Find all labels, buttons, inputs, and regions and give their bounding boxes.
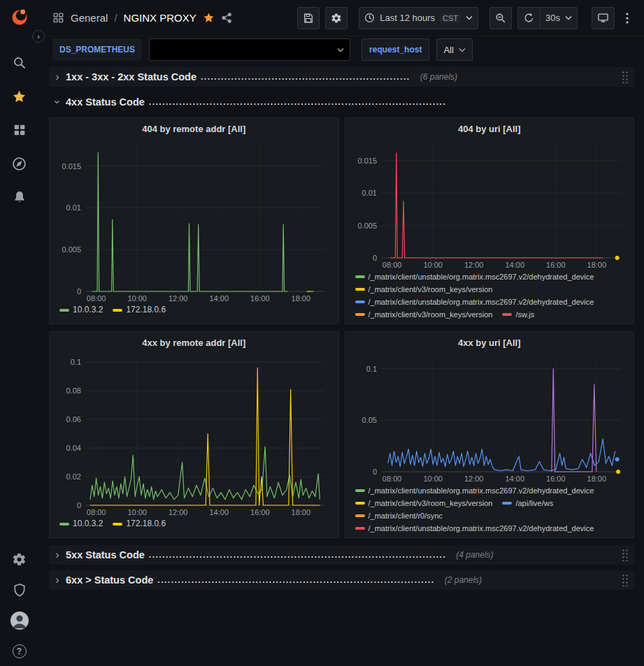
svg-text:12:00: 12:00 — [169, 508, 188, 516]
dashboard-title[interactable]: NGINX PROXY — [124, 12, 196, 24]
share-icon[interactable] — [221, 12, 233, 24]
legend-label: /_matrix/client/unstable/org.matrix.msc2… — [368, 485, 594, 497]
kebab-menu-button[interactable] — [620, 7, 634, 29]
legend-label: /api/live/ws — [515, 498, 553, 509]
variable-select-request-host[interactable]: All — [436, 38, 472, 61]
save-dashboard-button[interactable] — [297, 7, 320, 29]
legend-item[interactable]: 10.0.3.2 — [59, 518, 103, 530]
shield-icon — [13, 583, 27, 597]
svg-text:12:00: 12:00 — [464, 261, 483, 269]
monitor-icon — [597, 12, 609, 24]
svg-text:16:00: 16:00 — [250, 508, 270, 516]
dashboard-content: › 1xx - 3xx - 2xx Status Code ..........… — [38, 63, 644, 666]
svg-text:0.005: 0.005 — [357, 221, 377, 229]
grafana-logo[interactable] — [0, 6, 38, 27]
legend-swatch — [502, 502, 512, 505]
legend-item[interactable]: /_matrix/client/v3/room_keys/version — [355, 498, 493, 509]
svg-text:18:00: 18:00 — [587, 475, 606, 483]
sidebar-expand-button[interactable]: › — [32, 30, 45, 43]
legend-label: 172.18.0.6 — [126, 304, 166, 316]
sidebar-item-explore[interactable] — [0, 156, 38, 171]
timeseries-plot[interactable]: 08:0010:0012:0014:0016:0018:0000.0050.01… — [351, 137, 629, 271]
panel-title[interactable]: 404 by remote addr [All] — [55, 121, 333, 137]
variable-select-ds[interactable] — [149, 38, 350, 61]
favorite-star-icon[interactable] — [203, 12, 215, 24]
row-title-dots: ........................................… — [149, 550, 446, 560]
timeseries-plot[interactable]: 08:0010:0012:0014:0016:0018:0000.020.040… — [55, 351, 333, 518]
legend-item[interactable]: 172.18.0.6 — [113, 518, 166, 530]
tv-mode-button[interactable] — [592, 7, 615, 29]
variable-label-request-host: request_host — [362, 38, 429, 61]
top-navigation-bar: General / NGINX PROXY — [38, 0, 644, 36]
row-panel-count: (6 panels) — [420, 72, 457, 82]
legend-label: /_matrix/client/r0/sync — [368, 510, 443, 522]
legend-item[interactable]: 10.0.3.2 — [59, 304, 103, 316]
sidebar-item-search[interactable] — [0, 55, 38, 71]
row-drag-handle[interactable] — [622, 549, 629, 561]
sidebar-item-dashboards[interactable] — [0, 122, 38, 138]
row-panel-count: (2 panels) — [445, 575, 482, 585]
grafana-logo-icon — [10, 7, 29, 27]
chevron-down-icon: › — [52, 98, 63, 106]
legend-label: /_matrix/client/v3/room_keys/version — [368, 284, 493, 296]
legend-item[interactable]: 172.18.0.6 — [113, 304, 166, 316]
kebab-menu-icon — [626, 13, 629, 24]
toolbar-actions: Last 12 hours CST — [297, 7, 634, 29]
legend-label: /_matrix/client/unstable/org.matrix.msc2… — [368, 523, 594, 533]
legend-item[interactable]: /sw.js — [502, 309, 534, 319]
timeseries-plot[interactable]: 08:0010:0012:0014:0016:0018:0000.0050.01… — [55, 137, 333, 304]
legend-item[interactable]: /_matrix/client/unstable/org.matrix.msc2… — [355, 296, 594, 308]
svg-text:0.015: 0.015 — [62, 161, 81, 170]
svg-text:0: 0 — [372, 468, 376, 476]
sidebar-item-help[interactable]: ? — [0, 644, 38, 659]
compass-icon — [12, 157, 27, 171]
sidebar-item-starred[interactable] — [0, 89, 38, 104]
breadcrumb-grid-icon[interactable] — [52, 12, 64, 24]
panel-title[interactable]: 4xx by uri [All] — [351, 335, 629, 351]
row-4xx[interactable]: › 4xx Status Code ......................… — [49, 92, 634, 112]
svg-text:0.1: 0.1 — [71, 358, 81, 366]
row-drag-handle[interactable] — [622, 574, 629, 586]
refresh-button-group: 30s — [517, 7, 578, 29]
legend-item[interactable]: /_matrix/client/r0/sync — [355, 510, 443, 522]
row-title-dots: ........................................… — [157, 575, 434, 585]
row-1xx-3xx-2xx[interactable]: › 1xx - 3xx - 2xx Status Code ..........… — [49, 67, 634, 87]
timeseries-plot[interactable]: 08:0010:0012:0014:0016:0018:0000.050.1 — [351, 351, 629, 485]
row-5xx[interactable]: › 5xx Status Code ......................… — [49, 545, 634, 565]
legend-item[interactable]: /_matrix/client/v3/room_keys/version — [355, 309, 493, 319]
star-icon — [12, 89, 27, 104]
svg-text:18:00: 18:00 — [292, 294, 311, 303]
row-title: 1xx - 3xx - 2xx Status Code — [66, 71, 196, 82]
chevron-right-icon: › — [53, 549, 62, 560]
row-title-dots: ........................................… — [201, 72, 410, 82]
legend-item[interactable]: /_matrix/client/unstable/org.matrix.msc2… — [355, 485, 594, 497]
legend-item[interactable]: /api/live/ws — [502, 498, 553, 509]
sidebar-item-profile[interactable] — [0, 613, 38, 628]
svg-text:0: 0 — [372, 254, 376, 262]
legend-item[interactable]: /_matrix/client/v3/room_keys/version — [355, 284, 493, 296]
legend-swatch — [355, 288, 365, 291]
panel-title[interactable]: 404 by uri [All] — [351, 121, 629, 137]
svg-text:0.04: 0.04 — [66, 444, 81, 452]
sidebar-item-alerting[interactable] — [0, 189, 38, 205]
legend-item[interactable]: /_matrix/client/unstable/org.matrix.msc2… — [355, 523, 594, 533]
breadcrumb-folder[interactable]: General — [71, 12, 108, 24]
chevron-right-icon: › — [53, 574, 62, 586]
refresh-button[interactable] — [517, 7, 540, 29]
row-6xx[interactable]: › 6xx > Status Code ....................… — [49, 570, 634, 590]
legend-label: /_matrix/client/unstable/org.matrix.msc2… — [368, 271, 594, 283]
svg-text:10:00: 10:00 — [423, 475, 443, 483]
zoom-out-button[interactable] — [489, 7, 512, 29]
refresh-interval-dropdown[interactable]: 30s — [540, 7, 578, 29]
svg-text:10:00: 10:00 — [127, 294, 147, 303]
sidebar-item-configuration[interactable] — [0, 551, 38, 567]
dashboards-grid-icon — [13, 123, 27, 137]
legend-item[interactable]: /_matrix/client/unstable/org.matrix.msc2… — [355, 271, 594, 283]
time-range-picker[interactable]: Last 12 hours CST — [359, 7, 478, 29]
dashboard-settings-button[interactable] — [325, 7, 348, 29]
row-drag-handle[interactable] — [622, 71, 629, 83]
sidebar-item-server-admin[interactable] — [0, 582, 38, 598]
panel-title[interactable]: 4xx by remote addr [All] — [55, 335, 333, 351]
legend-label: 10.0.3.2 — [73, 518, 103, 530]
panel-4xx-by-remote-addr: 4xx by remote addr [All] 08:0010:0012:00… — [49, 331, 339, 538]
